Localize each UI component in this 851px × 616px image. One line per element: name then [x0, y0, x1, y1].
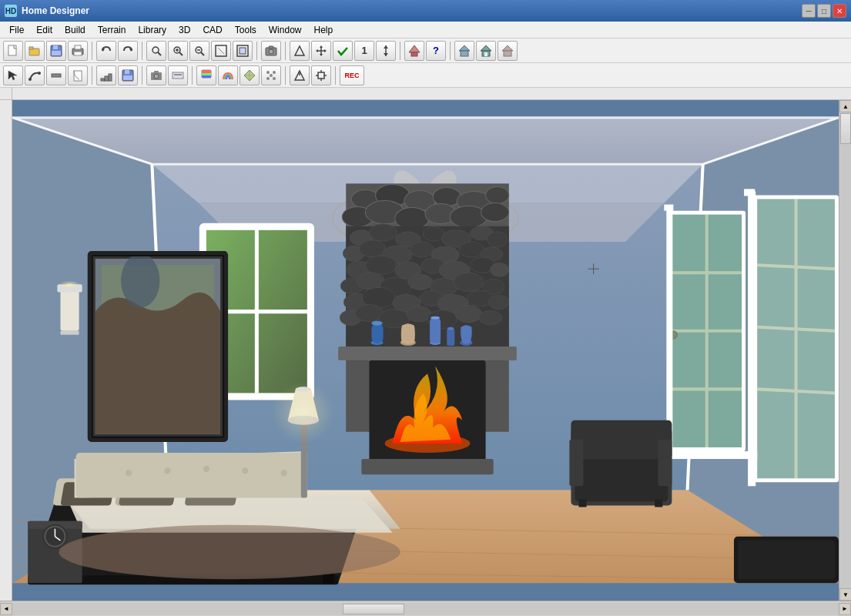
menu-bar: File Edit Build Terrain Library 3D CAD T… [0, 22, 851, 38]
svg-point-119 [481, 203, 509, 222]
svg-point-221 [242, 467, 248, 474]
move-up-button[interactable] [290, 65, 310, 85]
paint-button[interactable] [196, 65, 216, 85]
menu-3d[interactable]: 3D [173, 23, 196, 37]
camera-tool-button[interactable] [146, 65, 166, 85]
up-arrow-button[interactable] [290, 41, 310, 61]
toolbar2: REC [0, 63, 851, 88]
title-controls: ─ □ ✕ [802, 4, 846, 18]
svg-rect-65 [202, 75, 211, 78]
menu-build[interactable]: Build [59, 23, 92, 37]
save-button[interactable] [46, 41, 66, 61]
door-tool-button[interactable] [68, 65, 88, 85]
svg-line-18 [201, 52, 204, 55]
svg-rect-40 [461, 51, 468, 56]
svg-rect-169 [430, 318, 441, 343]
measure-button[interactable]: 1 [354, 41, 374, 61]
stairs-button[interactable] [96, 65, 116, 85]
bottom-bar: ◄ ► [0, 601, 851, 616]
redo-button[interactable] [118, 41, 138, 61]
svg-point-113 [486, 186, 509, 203]
svg-point-219 [164, 467, 170, 474]
tb-sep-3 [256, 42, 257, 60]
h-scroll-track[interactable] [12, 603, 839, 615]
svg-point-111 [433, 187, 461, 206]
room-scene [12, 100, 839, 601]
menu-edit[interactable]: Edit [30, 23, 59, 37]
height-button[interactable] [376, 41, 396, 61]
scroll-up-button[interactable]: ▲ [839, 100, 851, 112]
open-button[interactable] [25, 41, 45, 61]
scroll-thumb[interactable] [840, 113, 851, 144]
title-text: Home Designer [22, 5, 89, 16]
svg-rect-60 [173, 72, 183, 79]
house3-button[interactable] [498, 41, 518, 61]
menu-cad[interactable]: CAD [196, 23, 228, 37]
title-bar: HD Home Designer ─ □ ✕ [0, 0, 851, 22]
canvas-area[interactable] [12, 100, 839, 601]
svg-rect-55 [125, 70, 129, 74]
close-button[interactable]: ✕ [833, 4, 846, 18]
tb-sep-5 [400, 42, 400, 60]
svg-line-14 [179, 52, 183, 55]
svg-rect-195 [748, 191, 756, 486]
rainbow-button[interactable] [218, 65, 238, 85]
svg-point-133 [459, 242, 484, 257]
svg-rect-204 [60, 288, 79, 330]
save-view-button[interactable] [118, 65, 138, 85]
menu-terrain[interactable]: Terrain [92, 23, 132, 37]
svg-rect-171 [447, 329, 454, 346]
svg-point-71 [266, 77, 270, 80]
zoom-out-button[interactable] [189, 41, 209, 61]
maximize-button[interactable]: □ [817, 4, 831, 18]
svg-rect-237 [578, 499, 586, 507]
fit-view-button[interactable] [211, 41, 231, 61]
wall-tool-button[interactable] [46, 65, 66, 85]
dimensions-button[interactable] [168, 65, 188, 85]
roof-button[interactable] [404, 41, 424, 61]
camera-button[interactable] [261, 41, 281, 61]
house1-button[interactable] [454, 41, 474, 61]
svg-marker-46 [8, 71, 17, 80]
minimize-button[interactable]: ─ [802, 4, 816, 18]
menu-library[interactable]: Library [132, 23, 173, 37]
house2-button[interactable] [476, 41, 496, 61]
svg-marker-84 [12, 118, 839, 164]
polyline-button[interactable] [25, 65, 45, 85]
tb-sep-6 [450, 42, 451, 60]
menu-file[interactable]: File [3, 23, 30, 37]
scroll-right-button[interactable]: ► [839, 603, 851, 615]
zoom-magnify-button[interactable] [146, 41, 166, 61]
texture-button[interactable] [240, 65, 260, 85]
menu-help[interactable]: Help [307, 23, 339, 37]
pan-button[interactable] [311, 41, 331, 61]
select-button[interactable] [3, 65, 23, 85]
scroll-track[interactable] [839, 112, 851, 588]
new-button[interactable] [3, 41, 23, 61]
scroll-left-button[interactable]: ◄ [0, 603, 12, 615]
tb2-sep-1 [92, 66, 92, 85]
svg-rect-51 [101, 79, 105, 81]
svg-rect-8 [74, 52, 82, 55]
transform-button[interactable] [311, 65, 331, 85]
h-scroll-thumb[interactable] [343, 604, 404, 614]
view-select-button[interactable] [233, 41, 253, 61]
svg-point-220 [203, 466, 209, 472]
svg-point-222 [281, 470, 287, 476]
svg-rect-234 [571, 420, 672, 459]
rec-button[interactable]: REC [340, 65, 364, 85]
svg-point-170 [431, 316, 440, 320]
scroll-down-button[interactable]: ▼ [839, 588, 851, 601]
menu-tools[interactable]: Tools [229, 23, 263, 37]
svg-marker-33 [324, 49, 327, 52]
svg-point-207 [59, 280, 80, 288]
zoom-in-button[interactable] [168, 41, 188, 61]
scatter-button[interactable] [261, 65, 281, 85]
undo-button[interactable] [96, 41, 116, 61]
menu-window[interactable]: Window [263, 23, 308, 37]
top-ruler [12, 88, 851, 100]
help-button[interactable]: ? [426, 41, 446, 61]
svg-point-127 [487, 232, 508, 247]
check-button[interactable] [333, 41, 353, 61]
print-button[interactable] [68, 41, 88, 61]
